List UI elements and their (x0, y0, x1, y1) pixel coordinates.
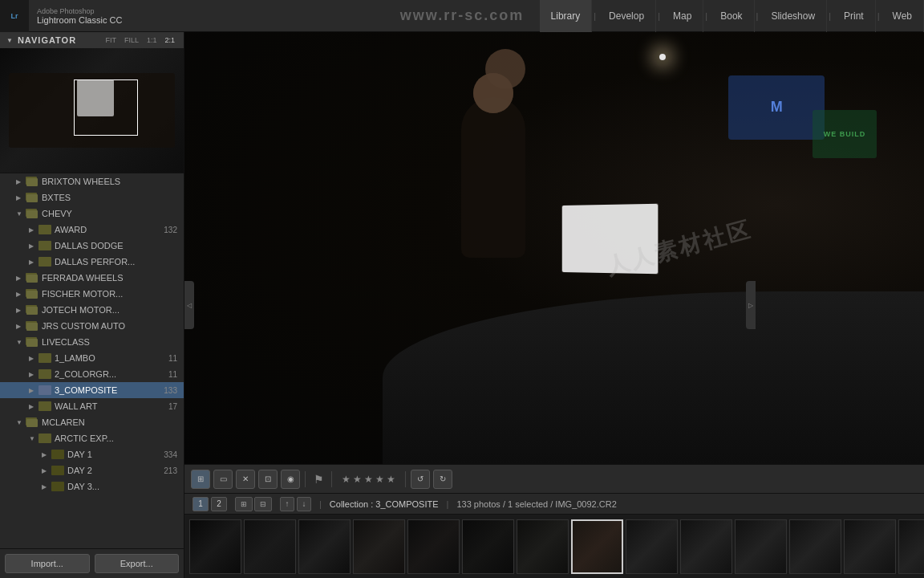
tab-print[interactable]: Print (833, 0, 876, 32)
navigator-header[interactable]: ▼ Navigator FIT FILL 1:1 2:1 (0, 32, 184, 48)
folder-dallas-dodge[interactable]: ▶ DALLAS DODGE (0, 238, 184, 254)
film-thumb-5[interactable] (407, 519, 460, 574)
folder-wall-art[interactable]: ▶ WALL ART 17 (0, 398, 184, 414)
folder-icon (38, 385, 51, 395)
tab-develop[interactable]: Develop (598, 0, 656, 32)
photo-view[interactable]: M WE BUILD 人人素材社区 (184, 32, 924, 464)
export-button[interactable]: Export... (95, 554, 180, 573)
folder-label: FERRADA WHEELS (42, 273, 177, 283)
folder-mclaren[interactable]: ▼ MCLAREN (0, 414, 184, 430)
rotate-left-btn[interactable]: ↺ (411, 470, 430, 489)
nav-fill-btn[interactable]: FILL (122, 35, 141, 45)
folder-chevy[interactable]: ▼ CHEVY (0, 206, 184, 222)
star-5[interactable]: ★ (387, 474, 395, 485)
film-thumb-1[interactable] (189, 519, 241, 574)
folder-jrs[interactable]: ▶ JRS CUSTOM AUTO (0, 318, 184, 334)
folder-day3[interactable]: ▶ DAY 3... (0, 478, 184, 495)
main-layout: ▼ Navigator FIT FILL 1:1 2:1 (0, 32, 924, 578)
tab-book[interactable]: Book (709, 0, 754, 32)
folder-label: BRIXTON WHEELS (42, 177, 177, 186)
film-thumb-11[interactable] (735, 519, 787, 574)
navigator-preview[interactable] (0, 48, 184, 173)
star-4[interactable]: ★ (375, 474, 384, 485)
photo-toolbar: ⊞ ▭ ✕ ⊡ ◉ ⚑ ★ ★ ★ ★ ★ ↺ ↻ ⊡ (184, 464, 924, 493)
thumb-inner (845, 520, 895, 573)
expand-icon: ▶ (29, 387, 38, 394)
folder-1-lambo[interactable]: ▶ 1_LAMBO 11 (0, 350, 184, 366)
sep6: | (876, 11, 881, 21)
nav-fill2-btn[interactable]: 1:1 (144, 35, 160, 45)
loupe-view-btn[interactable]: ▭ (213, 470, 233, 489)
folder-award[interactable]: ▶ AWARD 132 (0, 222, 184, 238)
survey-view-btn[interactable]: ⊡ (258, 470, 278, 489)
folder-label: 3_COMPOSITE (55, 385, 160, 395)
folder-label: DAY 3... (67, 482, 177, 491)
folder-liveclass[interactable]: ▼ LIVECLASS (0, 334, 184, 350)
folder-icon (26, 209, 38, 218)
people-view-btn[interactable]: ◉ (281, 470, 300, 489)
right-panel-toggle[interactable]: ▷ (746, 281, 756, 329)
folder-arctic[interactable]: ▼ ARCTIC EXP... (0, 430, 184, 446)
left-panel-toggle[interactable]: ◁ (184, 281, 194, 329)
nav-fit-btn[interactable]: FIT (103, 35, 119, 45)
expand-icon: ▶ (42, 451, 51, 458)
folder-dallas-perf[interactable]: ▶ DALLAS PERFOR... (0, 254, 184, 270)
page-2-btn[interactable]: 2 (211, 497, 227, 511)
star-3[interactable]: ★ (364, 474, 373, 485)
folder-fischer[interactable]: ▶ FISCHER MOTOR... (0, 286, 184, 302)
nav-zoom-btn[interactable]: 2:1 (162, 35, 177, 45)
folder-label: AWARD (55, 225, 160, 234)
expand-icon: ▶ (16, 194, 26, 201)
film-thumb-4[interactable] (353, 519, 405, 574)
sort-down-btn[interactable]: ↓ (297, 497, 311, 511)
rotate-right-btn[interactable]: ↻ (433, 470, 452, 489)
expand-icon: ▶ (42, 483, 51, 490)
expand-icon: ▼ (16, 419, 26, 426)
grid-large-btn[interactable]: ⊟ (254, 497, 272, 511)
film-thumb-7[interactable] (517, 519, 569, 574)
tab-slideshow[interactable]: Slideshow (760, 0, 827, 32)
folder-icon (51, 450, 64, 459)
compare-view-btn[interactable]: ✕ (236, 470, 255, 489)
folder-jotech[interactable]: ▶ JOTECH MOTOR... (0, 302, 184, 318)
folder-label: ARCTIC EXP... (55, 434, 177, 443)
expand-icon: ▼ (16, 210, 26, 218)
separator3 (405, 471, 406, 487)
expand-icon: ▶ (16, 307, 26, 314)
folder-3-composite[interactable]: ▶ 3_COMPOSITE 133 (0, 382, 184, 398)
tab-map[interactable]: Map (662, 0, 703, 32)
folder-brixton[interactable]: ▶ BRIXTON WHEELS (0, 173, 184, 189)
folder-count: 132 (164, 226, 177, 234)
grid-view-btn[interactable]: ⊞ (191, 470, 210, 489)
folder-ferrada[interactable]: ▶ FERRADA WHEELS (0, 270, 184, 286)
film-thumb-2[interactable] (244, 519, 296, 574)
tab-web[interactable]: Web (881, 0, 924, 32)
flag-btn[interactable]: ⚑ (310, 471, 326, 487)
thumb-inner (790, 520, 841, 573)
film-thumb-8-selected[interactable] (571, 519, 623, 574)
film-thumb-10[interactable] (680, 519, 732, 574)
grid-small-btn[interactable]: ⊞ (235, 497, 253, 511)
star-2[interactable]: ★ (353, 474, 362, 485)
sort-up-btn[interactable]: ↑ (280, 497, 294, 511)
folder-day1[interactable]: ▶ DAY 1 334 (0, 446, 184, 462)
tab-library[interactable]: Library (540, 0, 593, 32)
lr-logo: Lr (0, 0, 29, 32)
folder-icon (38, 401, 51, 411)
page-1-btn[interactable]: 1 (192, 497, 209, 511)
folder-2-colorgr[interactable]: ▶ 2_COLORGR... 11 (0, 366, 184, 382)
film-thumb-6[interactable] (462, 519, 514, 574)
sep4: | (755, 11, 760, 21)
nav-focus-box (74, 79, 138, 136)
film-thumb-3[interactable] (298, 519, 351, 574)
film-thumb-14[interactable] (898, 519, 924, 574)
film-thumb-13[interactable] (844, 519, 896, 574)
film-thumb-12[interactable] (789, 519, 841, 574)
folder-day2[interactable]: ▶ DAY 2 213 (0, 462, 184, 478)
film-thumb-9[interactable] (626, 519, 678, 574)
folder-icon (26, 417, 38, 427)
star-1[interactable]: ★ (342, 474, 351, 485)
folder-count: 17 (168, 402, 177, 411)
import-button[interactable]: Import... (5, 554, 90, 573)
folder-bxtes[interactable]: ▶ BXTES (0, 189, 184, 206)
